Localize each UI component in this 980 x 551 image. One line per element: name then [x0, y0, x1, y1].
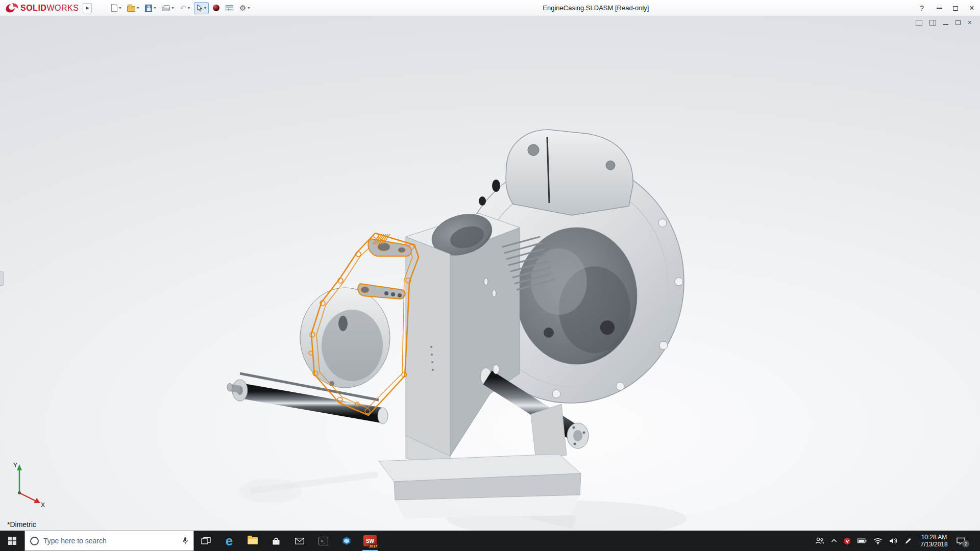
search-input[interactable]	[43, 537, 178, 545]
solidworks-year-badge: 2017	[369, 544, 378, 548]
dropdown-caret-icon[interactable]: ▾	[172, 6, 174, 10]
file-explorer-button[interactable]	[241, 531, 264, 551]
minimize-button[interactable]	[931, 0, 947, 16]
antivirus-tray-button[interactable]	[844, 537, 851, 545]
clock-time: 10:28 AM	[918, 534, 950, 541]
start-button[interactable]	[0, 531, 24, 551]
dropdown-caret-icon[interactable]: ▾	[188, 6, 190, 10]
pane-left-icon[interactable]	[916, 20, 922, 26]
print-icon	[162, 7, 170, 11]
restore-button[interactable]	[947, 0, 964, 16]
graphics-viewport[interactable]: ×	[0, 16, 980, 531]
print-button[interactable]: ▾	[160, 2, 176, 14]
document-title: EngineCasing.SLDASM [Read-only]	[543, 4, 649, 12]
store-button[interactable]	[264, 531, 288, 551]
triad-y-label: Y	[13, 462, 17, 469]
document-window-controls: ×	[916, 19, 972, 26]
close-icon: ×	[969, 4, 974, 12]
dropdown-caret-icon[interactable]: ▾	[119, 6, 121, 10]
chevron-up-icon	[831, 539, 837, 543]
antivirus-shield-icon	[844, 537, 851, 545]
action-center-button[interactable]: 2	[957, 537, 967, 545]
hidden-icons-button[interactable]	[831, 539, 837, 543]
restore-icon	[953, 6, 958, 11]
solidworks-wordmark: SOLIDWORKS	[20, 4, 79, 13]
orientation-triad: Y X	[12, 460, 48, 507]
volume-icon	[889, 537, 898, 544]
new-document-button[interactable]: ▾	[109, 2, 123, 14]
pane-right-icon[interactable]	[929, 20, 936, 26]
solidworks-app-icon: SW 2017	[363, 535, 377, 546]
dropdown-caret-icon[interactable]: ▾	[204, 6, 206, 10]
dropdown-caret-icon[interactable]: ▾	[154, 6, 156, 10]
triad-x-label: X	[41, 502, 45, 507]
undo-button[interactable]: ↶ ▾	[178, 2, 192, 14]
quick-access-toolbar: ▾ ▾ ▾ ▾ ↶ ▾ ▾	[109, 2, 252, 14]
people-button[interactable]	[815, 537, 824, 544]
design-table-icon	[226, 5, 233, 11]
edrawings-button[interactable]	[335, 531, 358, 551]
undo-icon: ↶	[180, 5, 186, 12]
options-button[interactable]: ⚙ ▾	[237, 2, 252, 14]
system-tray: 10:28 AM 7/13/2018 2	[815, 531, 980, 551]
hexagon-app-icon	[342, 536, 351, 545]
save-button[interactable]: ▾	[143, 2, 158, 14]
select-tool-button[interactable]: ▾	[194, 2, 209, 14]
design-table-button[interactable]	[224, 2, 235, 14]
help-button[interactable]: ?	[913, 4, 931, 12]
main-window: SOLIDWORKS ▶ ▾ ▾ ▾ ▾ ↶ ▾	[0, 0, 980, 551]
task-view-icon	[201, 537, 211, 545]
console-app-button[interactable]: >_	[311, 531, 335, 551]
mail-button[interactable]	[288, 531, 311, 551]
clutch-disc[interactable]	[300, 288, 390, 388]
titlebar: SOLIDWORKS ▶ ▾ ▾ ▾ ▾ ↶ ▾	[0, 0, 980, 16]
doc-minimize-button[interactable]	[943, 24, 948, 25]
clock-date: 7/13/2018	[918, 541, 950, 548]
titlebar-controls: ? ×	[913, 0, 980, 16]
file-explorer-icon	[248, 537, 258, 544]
people-icon	[815, 537, 824, 544]
windows-logo-icon	[8, 537, 16, 545]
open-button[interactable]: ▾	[125, 2, 141, 14]
taskbar-clock[interactable]: 10:28 AM 7/13/2018	[918, 534, 950, 548]
wifi-icon	[873, 537, 883, 544]
gear-icon: ⚙	[239, 4, 246, 12]
network-tray-button[interactable]	[873, 537, 883, 544]
open-folder-icon	[127, 6, 135, 12]
doc-restore-button[interactable]	[955, 20, 961, 25]
dropdown-caret-icon[interactable]: ▾	[137, 6, 139, 10]
battery-tray-button[interactable]	[857, 538, 867, 543]
microphone-icon[interactable]	[182, 537, 188, 545]
new-document-icon	[111, 4, 117, 12]
dropdown-caret-icon[interactable]: ▾	[248, 6, 250, 10]
select-cursor-icon	[197, 4, 203, 12]
appearance-sphere-icon	[213, 5, 219, 11]
pen-icon	[904, 537, 912, 544]
console-icon: >_	[318, 537, 328, 545]
task-view-button[interactable]	[194, 531, 217, 551]
menu-expander-button[interactable]: ▶	[83, 3, 92, 13]
doc-close-button[interactable]: ×	[968, 19, 972, 26]
solidworks-logo-icon	[5, 3, 18, 13]
edge-button[interactable]: e	[217, 531, 241, 551]
save-icon	[145, 5, 152, 12]
pen-tray-button[interactable]	[904, 537, 912, 544]
minimize-icon	[937, 8, 942, 9]
mail-envelope-icon	[295, 538, 304, 544]
close-button[interactable]: ×	[964, 0, 980, 16]
store-bag-icon	[272, 537, 280, 545]
solidworks-app-button[interactable]: SW 2017	[358, 531, 382, 551]
notification-badge: 2	[962, 540, 969, 547]
volume-tray-button[interactable]	[889, 537, 898, 544]
taskbar: e >_ SW	[0, 531, 980, 551]
battery-icon	[857, 538, 867, 543]
edge-icon: e	[226, 534, 233, 547]
panel-flyout-handle[interactable]	[0, 271, 4, 286]
solidworks-logo: SOLIDWORKS	[5, 3, 79, 13]
taskbar-search[interactable]	[24, 531, 194, 551]
appearance-button[interactable]	[211, 2, 222, 14]
view-orientation-label: *Dimetric	[7, 520, 36, 529]
3d-model-engine-casing[interactable]	[0, 16, 980, 531]
cortana-icon[interactable]	[30, 537, 39, 545]
